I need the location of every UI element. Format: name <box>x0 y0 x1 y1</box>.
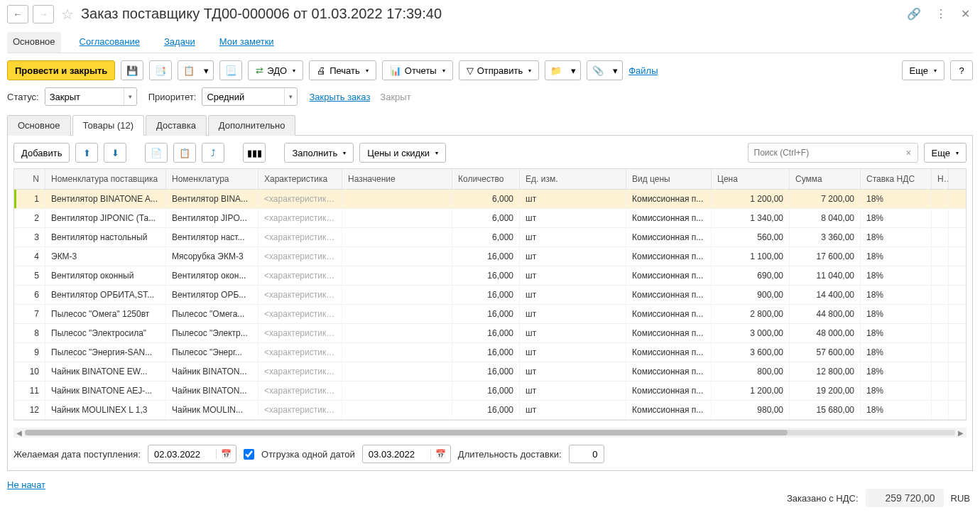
goods-table: N Номенклатура поставщика Номенклатура Х… <box>13 168 967 421</box>
more-button[interactable]: Еще▾ <box>902 60 944 80</box>
document-icon-button[interactable]: 📃 <box>219 60 242 80</box>
scroll-thumb[interactable] <box>25 430 788 435</box>
send-icon: ▽ <box>467 65 474 76</box>
doc-tab-goods[interactable]: Товары (12) <box>72 115 144 136</box>
section-tab-main[interactable]: Основное <box>7 32 61 53</box>
doc-tab-main[interactable]: Основное <box>7 115 71 136</box>
section-tab-tasks[interactable]: Задачи <box>158 32 201 53</box>
col-unit[interactable]: Ед. изм. <box>520 169 626 189</box>
cell-n: 5 <box>14 266 45 285</box>
link-icon[interactable]: 🔗 <box>904 4 924 23</box>
horizontal-scrollbar[interactable]: ◀ ▶ <box>13 428 967 438</box>
post-icon-button[interactable]: 📑 <box>149 60 172 80</box>
desired-date-input[interactable]: 📅 <box>148 445 236 463</box>
doc-tab-delivery[interactable]: Доставка <box>146 115 207 136</box>
table-row[interactable]: 10Чайник BINATONE EW...Чайник BINATON...… <box>14 362 966 381</box>
price-discount-button[interactable]: Цены и скидки▾ <box>359 143 446 163</box>
col-last[interactable]: Н <box>932 169 949 189</box>
save-icon-button[interactable]: 💾 <box>121 60 143 80</box>
col-price[interactable]: Цена <box>712 169 790 189</box>
search-input[interactable] <box>748 146 900 160</box>
table-row[interactable]: 11Чайник BINATONE AEJ-...Чайник BINATON.… <box>14 381 966 401</box>
table-row[interactable]: 2Вентилятор JIPONIC (Та...Вентилятор JIP… <box>14 209 966 228</box>
close-order-link[interactable]: Закрыть заказ <box>309 92 370 102</box>
files-link[interactable]: Файлы <box>628 65 658 76</box>
status-input[interactable] <box>45 90 124 104</box>
favorite-star-icon[interactable]: ☆ <box>58 6 77 23</box>
chevron-down-icon[interactable]: ▾ <box>124 88 136 105</box>
table-row[interactable]: 12Чайник MOULINEX L 1,3Чайник MOULIN...<… <box>14 401 966 420</box>
duration-input[interactable] <box>569 445 604 463</box>
col-char[interactable]: Характеристика <box>258 169 342 189</box>
attach-icon-button[interactable]: 📎 <box>587 60 609 80</box>
col-sum[interactable]: Сумма <box>790 169 861 189</box>
cell-assign <box>342 190 452 208</box>
cell-price: 560,00 <box>712 228 790 247</box>
cell-qty: 16,000 <box>452 305 520 323</box>
paste-row-button[interactable]: 📋 <box>173 143 196 163</box>
cell-nom: Вентилятор JIPO... <box>166 209 258 227</box>
cell-n: 8 <box>14 324 45 342</box>
submit-close-button[interactable]: Провести и закрыть <box>7 60 115 80</box>
fill-button[interactable]: Заполнить▾ <box>284 143 354 163</box>
forward-button[interactable]: → <box>33 5 54 23</box>
table-row[interactable]: 1Вентилятор BINATONE A...Вентилятор BINA… <box>14 190 966 209</box>
folder-dropdown[interactable]: ▾ <box>567 60 581 80</box>
table-row[interactable]: 7Пылесос "Омега" 1250втПылесос "Омега...… <box>14 305 966 324</box>
barcode-button[interactable]: ▮▮▮ <box>243 143 266 163</box>
copy-dropdown[interactable]: ▾ <box>200 60 214 80</box>
table-row[interactable]: 5Вентилятор оконныйВентилятор окон...<ха… <box>14 266 966 286</box>
priority-input[interactable] <box>202 90 284 104</box>
ship-one-date-checkbox[interactable] <box>244 449 254 460</box>
send-button[interactable]: ▽Отправить▾ <box>459 60 539 80</box>
help-button[interactable]: ? <box>950 60 973 80</box>
priority-combo[interactable]: ▾ <box>202 87 298 106</box>
scroll-left-icon[interactable]: ◀ <box>13 429 25 437</box>
add-row-button[interactable]: Добавить <box>13 143 70 163</box>
table-row[interactable]: 6Вентилятор ОРБИТА,ST...Вентилятор ОРБ..… <box>14 286 966 305</box>
copy-icon-button[interactable]: 📋 <box>178 60 200 80</box>
not-started-link[interactable]: Не начат <box>7 480 45 490</box>
print-button[interactable]: 🖨Печать▾ <box>309 60 376 80</box>
back-button[interactable]: ← <box>7 5 28 23</box>
cell-last <box>932 401 949 419</box>
folder-icon-button[interactable]: 📁 <box>545 60 567 80</box>
ship-date-input[interactable]: 📅 <box>362 445 451 463</box>
attach-dropdown[interactable]: ▾ <box>609 60 623 80</box>
section-tab-approval[interactable]: Согласование <box>74 32 146 53</box>
reports-button[interactable]: 📊Отчеты▾ <box>382 60 453 80</box>
section-tab-notes[interactable]: Мои заметки <box>214 32 280 53</box>
table-more-button[interactable]: Еще▾ <box>924 143 967 163</box>
copy-row-button[interactable]: 📄 <box>145 143 168 163</box>
doc-tab-extra[interactable]: Дополнительно <box>208 115 296 136</box>
move-down-button[interactable]: ⬇ <box>104 143 126 163</box>
col-assign[interactable]: Назначение <box>342 169 452 189</box>
desired-date-field[interactable] <box>148 447 216 462</box>
table-row[interactable]: 3Вентилятор настольныйВентилятор наст...… <box>14 228 966 247</box>
ship-date-field[interactable] <box>363 447 430 462</box>
col-nom[interactable]: Номенклатура <box>166 169 258 189</box>
col-supplier-nom[interactable]: Номенклатура поставщика <box>45 169 166 189</box>
cell-n: 2 <box>14 209 45 227</box>
move-up-button[interactable]: ⬆ <box>75 143 98 163</box>
close-icon[interactable]: ✕ <box>958 4 973 23</box>
cell-n: 9 <box>14 343 45 362</box>
cell-vat: 18% <box>861 401 932 419</box>
kebab-menu-icon[interactable]: ⋮ <box>932 4 949 23</box>
clear-search-icon[interactable]: × <box>900 147 917 158</box>
col-qty[interactable]: Количество <box>452 169 520 189</box>
col-vat[interactable]: Ставка НДС <box>861 169 932 189</box>
calendar-icon[interactable]: 📅 <box>430 449 450 459</box>
status-combo[interactable]: ▾ <box>45 87 137 106</box>
col-n[interactable]: N <box>14 169 45 189</box>
table-row[interactable]: 9Пылесос "Энергия-SAN...Пылесос "Энерг..… <box>14 343 966 362</box>
table-row[interactable]: 4ЭКМ-3Мясорубка ЭКМ-3<характеристики...1… <box>14 247 966 266</box>
calendar-icon[interactable]: 📅 <box>216 449 236 459</box>
edo-button[interactable]: ⇄ЭДО▾ <box>248 60 303 80</box>
share-button[interactable]: ⤴ <box>202 143 224 163</box>
table-search[interactable]: × <box>748 143 918 163</box>
table-row[interactable]: 8Пылесос "Электросила"Пылесос "Электр...… <box>14 324 966 343</box>
col-ptype[interactable]: Вид цены <box>626 169 712 189</box>
scroll-right-icon[interactable]: ▶ <box>955 429 967 437</box>
chevron-down-icon[interactable]: ▾ <box>284 88 297 105</box>
